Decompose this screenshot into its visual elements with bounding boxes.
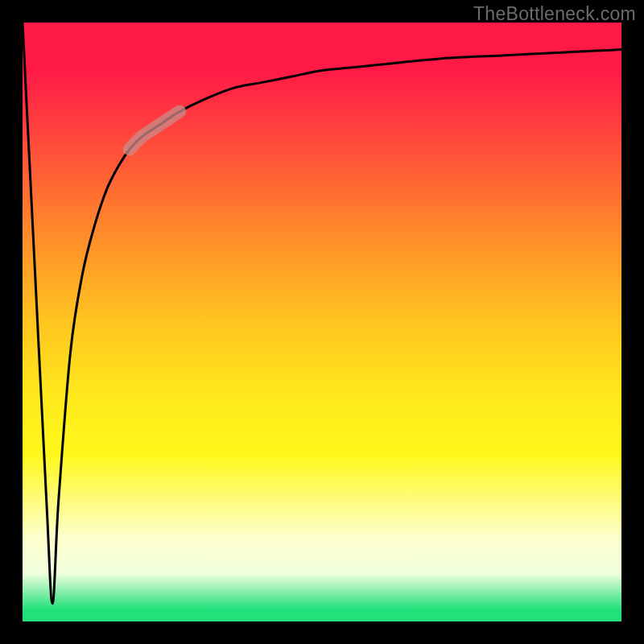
bottleneck-curve — [23, 23, 621, 604]
curve-highlight — [130, 111, 180, 149]
watermark-text: TheBottleneck.com — [473, 3, 636, 25]
chart-svg — [23, 23, 621, 621]
chart-plot-area — [23, 23, 621, 621]
chart-frame: TheBottleneck.com — [0, 0, 644, 644]
